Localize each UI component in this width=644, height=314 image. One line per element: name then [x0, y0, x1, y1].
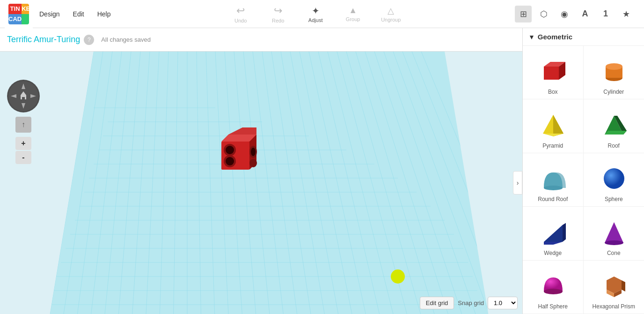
undo-label: Undo [234, 18, 247, 23]
nav-compass[interactable] [7, 80, 40, 112]
half-sphere-icon [540, 273, 566, 300]
edit-grid-button[interactable]: Edit grid [420, 297, 454, 309]
adjust-icon: ✦ [312, 5, 320, 16]
svg-marker-100 [622, 280, 625, 292]
cylinder-label: Cylinder [603, 89, 624, 95]
shape-pyramid[interactable]: Pyramid [523, 99, 584, 153]
svg-marker-93 [544, 225, 563, 242]
logo-tin: TIN [8, 4, 22, 14]
bottom-controls: Edit grid Snap grid 1.0 0.1 0.25 0.5 2.0… [420, 297, 518, 309]
svg-point-63 [226, 146, 234, 154]
shapes-grid: Box Cylinder [523, 46, 644, 314]
help-button[interactable]: ? [84, 35, 94, 45]
toolbar-center: ↩ Undo ↪ Redo ✦ Adjust ▲ Group △ Ungroup [117, 3, 515, 25]
group-icon: ▲ [349, 6, 357, 15]
svg-marker-94 [544, 242, 563, 245]
cylinder-icon [601, 58, 627, 86]
3d-shape-svg [217, 127, 263, 184]
redo-button[interactable]: ↪ Redo [264, 3, 292, 25]
panel-expand-icon: ▼ [528, 33, 535, 41]
zoom-controls: + - [15, 137, 31, 164]
toolbar-right: ⊞ ⬡ ◉ A 1 ★ [515, 6, 635, 22]
shape-wedge[interactable]: Wedge [523, 207, 584, 260]
group-label: Group [346, 16, 360, 22]
svg-marker-87 [543, 134, 564, 136]
shape-hexagonal-prism[interactable]: Hexagonal Prism [584, 261, 644, 314]
sphere-label: Sphere [605, 196, 623, 202]
pyramid-icon [540, 112, 566, 140]
globe-button[interactable]: ◉ [556, 6, 573, 22]
main-area: Terrific Amur-Turing ? All changes saved [0, 28, 644, 314]
svg-rect-79 [544, 67, 559, 80]
snap-grid-select[interactable]: 1.0 0.1 0.25 0.5 2.0 5.0 10.0 [488, 297, 518, 309]
nav-controls: ↑ + - [7, 80, 40, 164]
shape-roof[interactable]: Roof [584, 99, 644, 153]
zoom-out-button[interactable]: - [15, 151, 31, 164]
pyramid-label: Pyramid [542, 142, 563, 149]
star-button[interactable]: ★ [618, 6, 635, 22]
svg-point-65 [226, 157, 234, 165]
roof-label: Roof [608, 142, 620, 149]
hexagonal-prism-icon [601, 273, 627, 300]
adjust-label: Adjust [308, 17, 323, 23]
viewport[interactable]: tane [0, 52, 522, 314]
cone-icon [601, 219, 627, 247]
canvas-area[interactable]: Terrific Amur-Turing ? All changes saved [0, 28, 522, 314]
shape-half-sphere[interactable]: Half Sphere [523, 261, 584, 314]
svg-point-69 [249, 159, 257, 167]
wedge-label: Wedge [544, 250, 562, 256]
collapse-panel-button[interactable]: › [513, 171, 522, 194]
ungroup-icon: △ [388, 6, 394, 16]
cube-view-button[interactable]: ⬡ [535, 6, 552, 22]
undo-button[interactable]: ↩ Undo [227, 3, 255, 25]
box-label: Box [548, 89, 558, 95]
roof-icon [601, 112, 627, 140]
topbar: TIN KER CAD Design Edit Help ↩ Undo ↪ Re… [0, 0, 644, 28]
panel-header: ▼ Geometric [523, 28, 644, 46]
snap-grid-label: Snap grid [458, 299, 484, 307]
logo-cad: CAD [8, 14, 22, 24]
menu-design[interactable]: Design [33, 0, 66, 28]
shape-box[interactable]: Box [523, 46, 584, 99]
shape-round-roof[interactable]: Round Roof [523, 153, 584, 207]
up-arrow-icon: ↑ [22, 120, 25, 129]
ungroup-button[interactable]: △ Ungroup [376, 4, 405, 24]
svg-point-97 [605, 240, 623, 245]
compass-svg [7, 80, 40, 112]
half-sphere-label: Half Sphere [538, 303, 568, 310]
number-1-button[interactable]: 1 [597, 6, 614, 22]
menu-help[interactable]: Help [91, 0, 117, 28]
svg-marker-90 [605, 131, 627, 135]
shape-container[interactable] [217, 127, 263, 186]
shape-cone[interactable]: Cone [584, 207, 644, 260]
cone-label: Cone [607, 250, 621, 256]
redo-label: Redo [272, 18, 284, 23]
save-status: All changes saved [101, 36, 151, 43]
right-panel: ▼ Geometric Box [522, 28, 644, 314]
adjust-button[interactable]: ✦ Adjust [301, 3, 329, 25]
wedge-icon [540, 219, 566, 247]
menu-edit[interactable]: Edit [66, 0, 91, 28]
ungroup-label: Ungroup [381, 17, 401, 22]
undo-icon: ↩ [236, 5, 245, 17]
project-title: Terrific Amur-Turing [7, 35, 80, 45]
box-icon [540, 58, 566, 86]
grid-view-button[interactable]: ⊞ [515, 6, 532, 22]
panel-title: Geometric [538, 33, 572, 41]
shape-sphere[interactable]: Sphere [584, 153, 644, 207]
tinkercad-logo[interactable]: TIN KER CAD [5, 0, 33, 28]
svg-marker-95 [563, 222, 566, 242]
sphere-icon [601, 165, 627, 193]
project-bar: Terrific Amur-Turing ? All changes saved [0, 28, 522, 52]
svg-point-98 [544, 289, 563, 294]
svg-point-92 [604, 168, 624, 189]
shape-cylinder[interactable]: Cylinder [584, 46, 644, 99]
group-button[interactable]: ▲ Group [339, 4, 367, 24]
logo-blank [22, 14, 29, 24]
letter-a-button[interactable]: A [577, 6, 593, 22]
nav-up-button[interactable]: ↑ [15, 117, 31, 133]
round-roof-label: Round Roof [538, 196, 568, 202]
zoom-in-button[interactable]: + [15, 137, 31, 150]
hexagonal-prism-label: Hexagonal Prism [593, 303, 635, 310]
svg-point-68 [251, 148, 256, 156]
